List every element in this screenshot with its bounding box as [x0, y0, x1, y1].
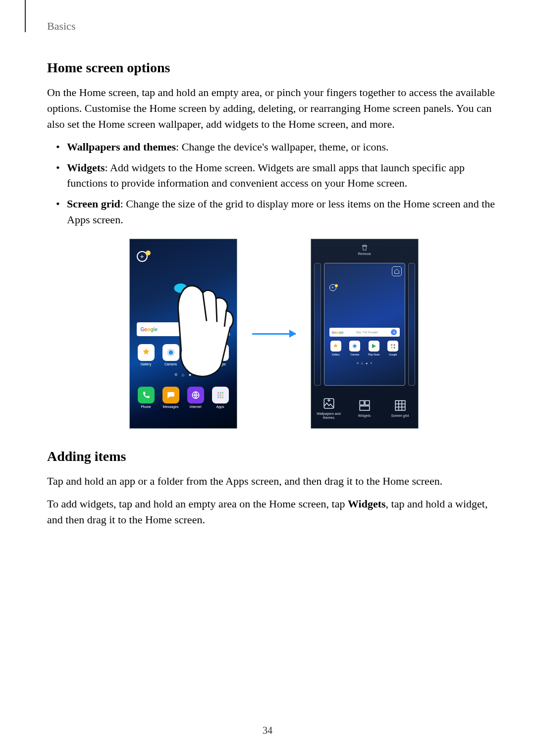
svg-point-2 — [217, 349, 219, 352]
grid-icon — [394, 399, 407, 412]
panel-main[interactable]: + Google Say "Ok Google" Gallery Camera … — [324, 263, 405, 386]
search-hint: Say "Ok Google" — [356, 331, 378, 334]
gallery-icon — [138, 344, 155, 361]
chapter-label: Basics — [47, 20, 500, 33]
google-search-bar[interactable]: Google Say — [137, 322, 230, 336]
widgets-icon — [358, 399, 371, 412]
remove-target[interactable]: Remove — [311, 239, 418, 260]
list-item-title: Screen grid — [67, 198, 120, 210]
play-store-icon — [187, 344, 204, 361]
sun-icon — [335, 284, 338, 287]
adding-items-p2: To add widgets, tap and hold an empty ar… — [47, 496, 500, 528]
google-logo: Google — [332, 331, 344, 334]
app-row: Gallery Camera Play Store Google — [130, 344, 237, 366]
option-screen-grid[interactable]: Screen grid — [385, 399, 415, 418]
section-heading-home-options: Home screen options — [47, 60, 500, 76]
messages-icon — [162, 387, 179, 403]
svg-point-21 — [391, 347, 392, 348]
list-item-text: : Change the size of the grid to display… — [67, 198, 495, 226]
panel-prev[interactable] — [314, 263, 321, 386]
svg-point-0 — [168, 351, 173, 355]
phone-home-screen: + Google Say Gallery Camera Play Store G… — [129, 239, 237, 429]
option-label: Screen grid — [391, 414, 409, 418]
option-label: Widgets — [358, 414, 371, 418]
home-indicator-icon: ⌂ — [361, 361, 363, 365]
dot-indicator-icon: ● — [188, 372, 191, 377]
gallery-icon — [330, 341, 341, 352]
sun-icon — [146, 251, 151, 255]
home-indicator-icon: ⌂ — [181, 372, 184, 377]
weather-widget-mini: + — [329, 284, 338, 291]
google-search-bar-mini[interactable]: Google Say "Ok Google" — [329, 328, 400, 337]
section-heading-adding-items: Adding items — [47, 449, 500, 464]
app-google-folder[interactable]: Google — [209, 344, 232, 366]
svg-point-12 — [222, 395, 223, 396]
wallpaper-icon — [322, 397, 335, 410]
svg-point-3 — [221, 349, 223, 352]
app-internet[interactable]: Internet — [184, 387, 208, 408]
list-item-text: : Add widgets to the Home screen. Widget… — [67, 161, 465, 190]
svg-point-10 — [217, 395, 219, 396]
svg-point-17 — [353, 345, 356, 348]
phone-icon — [138, 387, 155, 403]
svg-point-9 — [222, 392, 223, 394]
menu-indicator-icon: ≡ — [357, 361, 359, 365]
list-item: Screen grid: Change the size of the grid… — [47, 196, 500, 228]
google-folder-icon — [387, 341, 398, 352]
play-store-icon — [369, 341, 379, 352]
camera-icon — [162, 344, 179, 361]
app-messages[interactable]: Messages — [159, 387, 183, 408]
panel-next[interactable] — [408, 263, 415, 386]
list-item-title: Wallpapers and themes — [67, 141, 176, 153]
svg-point-19 — [391, 344, 392, 346]
svg-point-7 — [217, 392, 219, 394]
app-phone[interactable]: Phone — [134, 387, 158, 408]
page-indicator-mini: ≡ ⌂ ● + — [324, 361, 405, 365]
app-gallery[interactable]: Gallery — [328, 341, 343, 356]
section-intro: On the Home screen, tap and hold an empt… — [47, 85, 500, 132]
list-item-text: : Change the device's wallpaper, theme, … — [176, 141, 389, 153]
internet-icon — [187, 387, 204, 403]
menu-indicator-icon: ≡ — [175, 372, 178, 377]
camera-icon — [349, 341, 360, 352]
add-page-icon: + — [370, 361, 372, 365]
list-item: Wallpapers and themes: Change the device… — [47, 139, 500, 155]
list-item: Widgets: Add widgets to the Home screen.… — [47, 160, 500, 192]
panel-zone: + Google Say "Ok Google" Gallery Camera … — [311, 261, 418, 388]
option-label: Wallpapers and themes — [314, 412, 344, 419]
svg-point-22 — [393, 347, 395, 348]
phone-edit-mode: Remove + Google Say "Ok Google" Gallery — [311, 239, 419, 429]
svg-point-8 — [219, 392, 221, 394]
app-gallery[interactable]: Gallery — [134, 344, 158, 366]
option-widgets[interactable]: Widgets — [350, 399, 379, 418]
app-play-store[interactable]: Play Store — [367, 341, 381, 356]
app-play-store[interactable]: Play Store — [184, 344, 208, 366]
feature-list: Wallpapers and themes: Change the device… — [47, 139, 500, 228]
svg-point-4 — [217, 353, 219, 356]
svg-rect-26 — [360, 406, 370, 410]
list-item-title: Widgets — [67, 161, 105, 174]
page-accent-bar — [25, 0, 26, 32]
option-wallpapers-themes[interactable]: Wallpapers and themes — [314, 397, 344, 419]
dot-indicator-icon: ● — [366, 361, 368, 365]
app-camera[interactable]: Camera — [159, 344, 183, 366]
remove-label: Remove — [358, 252, 371, 255]
svg-point-15 — [222, 397, 223, 398]
app-camera[interactable]: Camera — [347, 341, 362, 356]
apps-drawer-icon — [212, 387, 229, 403]
google-folder-icon — [212, 344, 229, 361]
app-row-mini: Gallery Camera Play Store Google — [326, 341, 403, 356]
search-hint: Say — [218, 327, 226, 332]
trash-icon — [361, 244, 368, 251]
edit-options-bar: Wallpapers and themes Widgets Screen gri… — [311, 389, 418, 428]
svg-point-20 — [393, 344, 395, 346]
svg-point-11 — [219, 395, 221, 396]
svg-point-5 — [221, 353, 223, 356]
svg-point-13 — [217, 397, 219, 398]
mic-icon — [391, 329, 397, 335]
adding-items-p1: Tap and hold an app or a folder from the… — [47, 473, 500, 489]
app-google-folder[interactable]: Google — [385, 341, 400, 356]
set-home-panel-button[interactable] — [392, 266, 402, 276]
app-apps[interactable]: Apps — [209, 387, 232, 408]
page-number: 34 — [0, 725, 535, 736]
